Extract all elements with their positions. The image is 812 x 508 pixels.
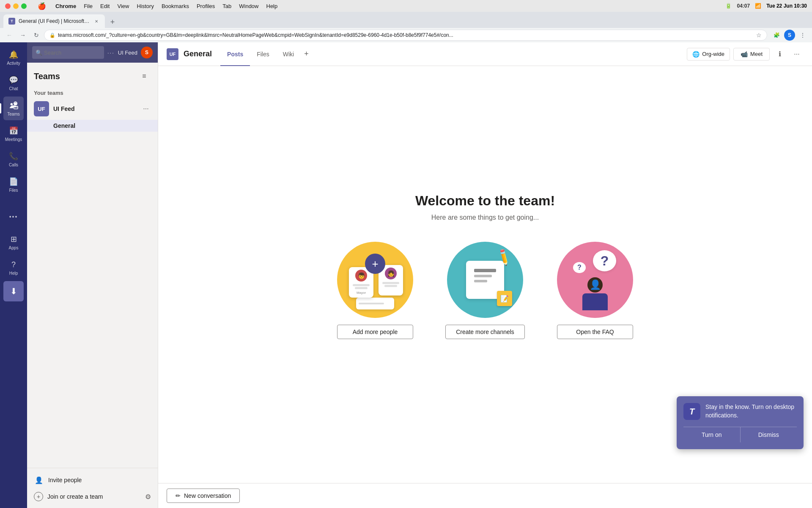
org-wide-icon: 🌐	[692, 51, 700, 58]
app-name-menu[interactable]: Chrome	[55, 3, 76, 9]
extensions-button[interactable]: 🧩	[771, 29, 782, 41]
ui-feed-label: UI Feed	[118, 50, 137, 56]
info-button[interactable]: ℹ	[773, 47, 787, 61]
fullscreen-button[interactable]	[21, 3, 27, 9]
sidebar-item-teams[interactable]: Teams	[3, 97, 24, 120]
tab-posts[interactable]: Posts	[220, 43, 250, 66]
org-wide-label: Org-wide	[702, 51, 724, 57]
notif-teams-icon: T	[683, 403, 700, 420]
download-button[interactable]: ⬇	[3, 281, 24, 301]
minimize-button[interactable]	[13, 3, 19, 9]
welcome-cards: + 👦 Mayor 👧	[329, 242, 642, 339]
org-wide-button[interactable]: 🌐 Org-wide	[687, 48, 730, 61]
sidebar-item-calls[interactable]: 📞 Calls	[3, 147, 24, 171]
browser-profile-button[interactable]: S	[784, 30, 795, 41]
file-menu[interactable]: File	[84, 3, 93, 9]
filter-button[interactable]: ≡	[137, 69, 151, 83]
join-label: Join or create a team	[47, 493, 103, 500]
meetings-icon: 📅	[8, 126, 19, 136]
bookmarks-menu[interactable]: Bookmarks	[162, 3, 189, 9]
tab-files[interactable]: Files	[250, 43, 276, 66]
url-text: teams.microsoft.com/_?culture=en-gb&coun…	[58, 32, 754, 38]
invite-people-action[interactable]: 👤 Invite people	[27, 472, 158, 489]
open-faq-button[interactable]: Open the FAQ	[557, 325, 633, 339]
forward-button[interactable]: →	[17, 29, 29, 41]
view-menu[interactable]: View	[117, 3, 129, 9]
teams-sidebar: 🔔 Activity 💬 Chat Teams 📅 Meetings	[0, 42, 27, 508]
more-options-channel-button[interactable]: ···	[790, 47, 804, 61]
sidebar-item-meetings[interactable]: 📅 Meetings	[3, 122, 24, 146]
add-people-illustration: + 👦 Mayor 👧	[337, 242, 413, 318]
tab-title: General (UI Feed) | Microsoft T...	[19, 18, 90, 24]
teams-search-input[interactable]	[32, 46, 104, 59]
sidebar-label-calls: Calls	[9, 163, 18, 167]
invite-label: Invite people	[48, 477, 82, 483]
teams-top-header: 🔍 ··· UI Feed S	[27, 42, 158, 63]
team-item-uifeed[interactable]: UF UI Feed ···	[27, 98, 158, 120]
teams-search-wrapper: 🔍	[32, 46, 104, 59]
team-more-button[interactable]: ···	[141, 104, 151, 114]
add-tab-button[interactable]: +	[301, 42, 312, 66]
sidebar-item-files[interactable]: 📄 Files	[3, 173, 24, 196]
mac-menubar: 🍎 Chrome File Edit View History Bookmark…	[0, 0, 812, 12]
sidebar-item-activity[interactable]: 🔔 Activity	[3, 46, 24, 69]
sidebar-label-meetings: Meetings	[5, 137, 22, 142]
compose-icon: ✏	[176, 492, 181, 499]
welcome-subtitle: Here are some things to get going...	[431, 214, 539, 221]
channel-item-general[interactable]: General	[27, 120, 158, 132]
welcome-title: Welcome to the team!	[415, 193, 555, 209]
history-menu[interactable]: History	[137, 3, 154, 9]
download-icon: ⬇	[10, 286, 17, 296]
sidebar-item-more[interactable]: •••	[3, 205, 24, 229]
channel-name: General	[184, 50, 212, 58]
header-right: 🌐 Org-wide 📹 Meet ℹ ···	[687, 47, 804, 61]
your-teams-label: Your teams	[27, 86, 158, 98]
team-avatar-uifeed: UF	[34, 101, 49, 116]
join-create-action[interactable]: + Join or create a team ⚙	[27, 489, 158, 505]
new-tab-button[interactable]: +	[107, 16, 118, 28]
info-icon: ℹ	[779, 50, 781, 58]
battery-time: 04:07	[737, 3, 750, 9]
teams-profile-button[interactable]: S	[141, 47, 153, 58]
tab-menu[interactable]: Tab	[222, 3, 231, 9]
settings-gear-icon[interactable]: ⚙	[145, 493, 151, 501]
activity-icon: 🔔	[8, 50, 19, 60]
new-conversation-button[interactable]: ✏ New conversation	[167, 489, 240, 503]
bookmark-icon[interactable]: ☆	[756, 32, 762, 39]
edit-menu[interactable]: Edit	[100, 3, 110, 9]
teams-icon	[8, 100, 19, 110]
meet-button[interactable]: 📹 Meet	[733, 48, 770, 61]
more-options-button[interactable]: ⋮	[797, 29, 809, 41]
dismiss-button[interactable]: Dismiss	[740, 427, 797, 442]
meet-label: Meet	[750, 51, 763, 57]
panel-bottom: 👤 Invite people + Join or create a team …	[27, 468, 158, 508]
apple-icon[interactable]: 🍎	[38, 2, 46, 10]
sidebar-label-chat: Chat	[9, 86, 18, 91]
filter-icon: ≡	[142, 72, 146, 80]
header-ellipsis[interactable]: ···	[107, 50, 115, 56]
profiles-menu[interactable]: Profiles	[197, 3, 215, 9]
teams-panel: 🔍 ··· UI Feed S Teams ≡ Your teams UF UI…	[27, 42, 158, 508]
reload-button[interactable]: ↻	[30, 29, 42, 41]
add-more-people-button[interactable]: Add more people	[337, 325, 413, 339]
address-bar[interactable]: 🔒 teams.microsoft.com/_?culture=en-gb&co…	[44, 30, 767, 41]
help-menu[interactable]: Help	[266, 3, 278, 9]
traffic-lights[interactable]	[5, 3, 27, 9]
tab-close-button[interactable]: ✕	[93, 18, 100, 25]
window-menu[interactable]: Window	[239, 3, 258, 9]
tab-wiki[interactable]: Wiki	[276, 43, 301, 66]
turn-on-button[interactable]: Turn on	[683, 427, 740, 442]
invite-icon: 👤	[34, 475, 44, 485]
notif-header: T Stay in the know. Turn on desktop noti…	[683, 403, 797, 420]
back-button[interactable]: ←	[3, 29, 15, 41]
browser-chrome: T General (UI Feed) | Microsoft T... ✕ +…	[0, 12, 812, 42]
teams-main: UF General Posts Files Wiki + 🌐 Org-wide…	[158, 42, 812, 508]
channel-content: Welcome to the team! Here are some thing…	[158, 66, 812, 483]
sidebar-item-chat[interactable]: 💬 Chat	[3, 71, 24, 95]
create-channels-button[interactable]: Create more channels	[445, 325, 525, 339]
sidebar-item-apps[interactable]: ⊞ Apps	[3, 230, 24, 254]
close-button[interactable]	[5, 3, 11, 9]
sidebar-item-help[interactable]: ? Help	[3, 256, 24, 279]
svg-point-1	[14, 103, 17, 105]
active-tab[interactable]: T General (UI Feed) | Microsoft T... ✕	[3, 14, 105, 28]
